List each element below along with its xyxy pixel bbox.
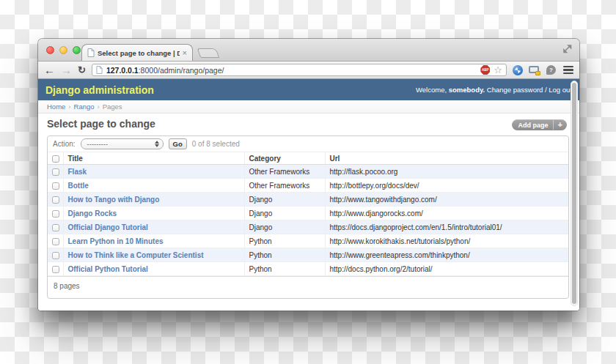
- page-title-link[interactable]: Official Django Tutorial: [68, 223, 148, 231]
- menu-icon[interactable]: [562, 66, 573, 75]
- breadcrumb-rango-link[interactable]: Rango: [74, 103, 95, 111]
- row-checkbox[interactable]: [52, 252, 59, 259]
- select-all-checkbox[interactable]: [52, 155, 59, 163]
- browser-window: Select page to change | Dj × ← → ↻ 127.0…: [38, 39, 579, 311]
- url-cell: http://www.greenteapress.com/thinkpython…: [325, 248, 568, 262]
- row-checkbox-cell: [48, 234, 63, 248]
- row-checkbox[interactable]: [52, 224, 59, 231]
- plus-icon: +: [553, 120, 567, 130]
- row-checkbox[interactable]: [52, 196, 59, 204]
- row-checkbox[interactable]: [52, 210, 59, 218]
- page-title-link[interactable]: How to Tango with Django: [68, 196, 160, 204]
- minimize-window-button[interactable]: [59, 46, 67, 54]
- window-controls: [46, 46, 81, 54]
- address-bar[interactable]: 127.0.0.1:8000/admin/rango/page/ ABP ☆: [92, 64, 507, 76]
- selection-status: 0 of 8 selected: [192, 140, 240, 148]
- title-cell: How to Tango with Django: [63, 193, 244, 207]
- category-cell: Other Frameworks: [244, 179, 325, 193]
- browser-tab[interactable]: Select page to change | Dj ×: [81, 44, 193, 61]
- back-icon[interactable]: ←: [44, 64, 55, 75]
- site-branding[interactable]: Django administration: [45, 84, 154, 96]
- table-row: Django Rocks Django http://www.djangoroc…: [48, 207, 568, 220]
- title-cell: Bottle: [63, 179, 244, 193]
- bookmark-star-icon[interactable]: ☆: [494, 65, 502, 75]
- tab-title: Select page to change | Dj: [98, 49, 180, 57]
- category-cell: Django: [244, 193, 325, 207]
- breadcrumb-current: Pages: [103, 103, 122, 111]
- close-tab-icon[interactable]: ×: [183, 49, 187, 57]
- page-title-link[interactable]: Official Python Tutorial: [68, 265, 148, 273]
- close-window-button[interactable]: [46, 46, 54, 54]
- scrollbar-track[interactable]: [571, 81, 578, 306]
- table-header-row: Title Category Url: [48, 152, 568, 165]
- page-icon: [96, 66, 103, 74]
- row-checkbox[interactable]: [52, 182, 59, 190]
- category-cell: Django: [244, 207, 325, 220]
- url-path: :8000/admin/rango/page/: [139, 66, 224, 75]
- scrollbar-thumb[interactable]: [572, 83, 576, 304]
- select-stepper-icon: [155, 141, 159, 148]
- welcome-text: Welcome,: [416, 86, 447, 94]
- fullscreen-expand-icon[interactable]: [562, 44, 572, 53]
- blue-extension-icon[interactable]: [513, 65, 523, 75]
- add-page-label: Add page: [518, 122, 549, 129]
- add-page-button[interactable]: Add page +: [512, 119, 567, 130]
- zoom-window-button[interactable]: [73, 46, 81, 54]
- url-host: 127.0.0.1: [106, 66, 139, 75]
- category-cell: Python: [244, 262, 325, 276]
- table-row: Official Python Tutorial Python http://d…: [48, 262, 568, 276]
- row-checkbox[interactable]: [52, 238, 59, 245]
- category-cell: Other Frameworks: [244, 165, 325, 179]
- breadcrumb-separator: ›: [98, 103, 100, 111]
- paginator: 8 pages: [48, 276, 568, 298]
- help-balloon-icon[interactable]: ?: [546, 65, 556, 75]
- row-checkbox-cell: [48, 262, 63, 276]
- changelist-module: Action: --------- Go 0 of 8 selected Tit…: [47, 135, 569, 299]
- row-checkbox[interactable]: [52, 168, 59, 176]
- page-title: Select page to change: [47, 118, 155, 130]
- page-title-link[interactable]: Django Rocks: [68, 209, 117, 218]
- link-separator: /: [545, 86, 547, 94]
- header-url[interactable]: Url: [325, 152, 568, 165]
- logout-link[interactable]: Log out: [549, 86, 572, 94]
- header-title[interactable]: Title: [63, 152, 244, 165]
- table-row: Learn Python in 10 Minutes Python http:/…: [48, 234, 568, 248]
- row-checkbox[interactable]: [52, 266, 59, 273]
- page-title-link[interactable]: Learn Python in 10 Minutes: [68, 237, 164, 245]
- forward-icon[interactable]: →: [61, 64, 72, 75]
- adblock-icon[interactable]: ABP: [480, 65, 490, 75]
- page-title-link[interactable]: Bottle: [68, 182, 89, 190]
- page-title-link[interactable]: Flask: [68, 168, 87, 176]
- title-cell: How to Think like a Computer Scientist: [63, 248, 244, 262]
- row-checkbox-cell: [48, 179, 63, 193]
- breadcrumb: Home › Rango › Pages: [38, 100, 579, 114]
- table-row: How to Think like a Computer Scientist P…: [48, 248, 568, 262]
- action-select[interactable]: ---------: [81, 138, 164, 149]
- title-cell: Learn Python in 10 Minutes: [63, 234, 244, 248]
- title-cell: Official Django Tutorial: [63, 220, 244, 234]
- url-cell: https://docs.djangoproject.com/en/1.5/in…: [325, 220, 568, 234]
- action-select-value: ---------: [87, 140, 108, 148]
- change-password-link[interactable]: Change password: [487, 86, 543, 94]
- pages-table-body: Flask Other Frameworks http://flask.poco…: [48, 165, 568, 276]
- url-cell: http://www.djangorocks.com/: [325, 207, 568, 220]
- new-tab-button[interactable]: [197, 48, 219, 58]
- title-cell: Flask: [63, 165, 244, 179]
- go-button[interactable]: Go: [169, 138, 187, 149]
- row-checkbox-cell: [48, 220, 63, 234]
- url-text: 127.0.0.1:8000/admin/rango/page/: [106, 66, 477, 75]
- row-checkbox-cell: [48, 207, 63, 220]
- reload-icon[interactable]: ↻: [78, 64, 86, 75]
- breadcrumb-home-link[interactable]: Home: [47, 103, 65, 111]
- row-checkbox-cell: [48, 165, 63, 179]
- header-category[interactable]: Category: [244, 152, 325, 165]
- row-checkbox-cell: [48, 193, 63, 207]
- category-cell: Python: [244, 234, 325, 248]
- table-row: Bottle Other Frameworks http://bottlepy.…: [48, 179, 568, 193]
- stage: Select page to change | Dj × ← → ↻ 127.0…: [0, 0, 616, 364]
- screenshot-extension-icon[interactable]: [529, 65, 540, 75]
- pages-table: Title Category Url Flask Other Framework…: [48, 152, 568, 276]
- url-cell: http://docs.python.org/2/tutorial/: [325, 262, 568, 276]
- table-row: How to Tango with Django Django http://w…: [48, 193, 568, 207]
- page-title-link[interactable]: How to Think like a Computer Scientist: [68, 251, 204, 259]
